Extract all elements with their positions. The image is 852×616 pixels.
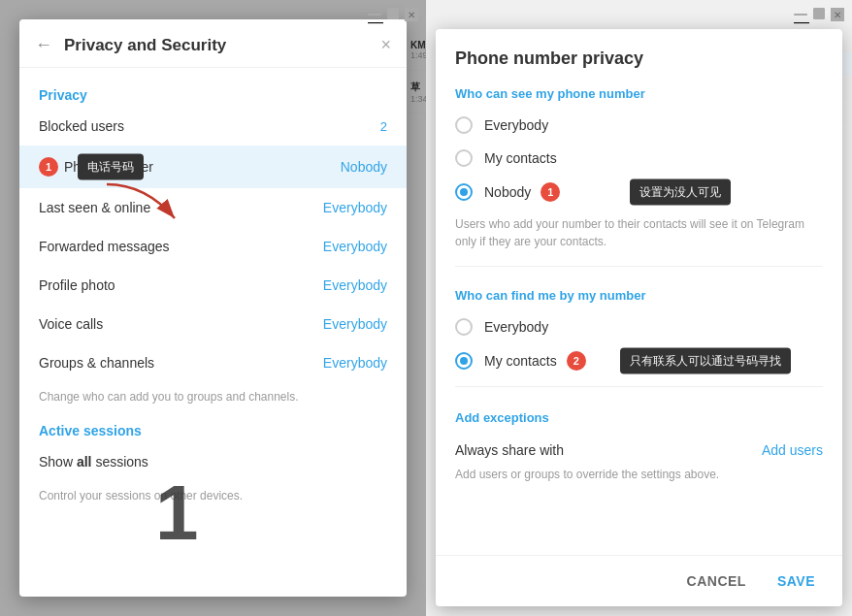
sessions-note: Control your sessions on other devices. xyxy=(19,481,407,514)
always-share-row: Always share with Add users xyxy=(455,433,823,468)
who-can-see-label: Who can see my phone number xyxy=(455,73,823,109)
exceptions-section: Add exceptions Always share with Add use… xyxy=(455,395,823,497)
minimize-button[interactable]: — xyxy=(368,14,381,16)
find-everybody-radio[interactable] xyxy=(455,318,473,336)
see-nobody-radio[interactable] xyxy=(455,183,473,201)
see-nobody-option[interactable]: Nobody 1 设置为没人可见 xyxy=(455,175,823,210)
who-can-find-label: Who can find me by my number xyxy=(455,275,823,310)
see-contacts-label: My contacts xyxy=(484,150,557,166)
profile-photo-item[interactable]: Profile photo Everybody xyxy=(19,266,407,305)
blocked-users-badge: 2 xyxy=(380,119,387,134)
close-window-button[interactable]: ✕ xyxy=(405,8,418,21)
cancel-button[interactable]: CANCEL xyxy=(679,567,754,595)
back-button[interactable]: ← xyxy=(35,35,52,55)
last-seen-item[interactable]: Last seen & online Everybody xyxy=(19,188,407,227)
see-everybody-label: Everybody xyxy=(484,117,548,133)
exceptions-note: Add users or groups to override the sett… xyxy=(455,468,823,489)
find-contacts-label: My contacts xyxy=(484,353,557,369)
phone-tooltip: 电话号码 xyxy=(78,154,144,180)
panel-header: ← Privacy and Security × xyxy=(19,19,407,68)
privacy-note: Change who can add you to groups and cha… xyxy=(19,382,407,415)
exceptions-label: Add exceptions xyxy=(455,403,823,433)
right-window-controls[interactable]: — ✕ xyxy=(794,8,844,21)
right-maximize-button[interactable] xyxy=(813,8,825,19)
window-controls[interactable]: — ✕ xyxy=(368,8,418,21)
voice-calls-value: Everybody xyxy=(323,316,387,332)
groups-value: Everybody xyxy=(323,355,387,371)
last-seen-value: Everybody xyxy=(323,200,387,215)
blocked-users-item[interactable]: Blocked users 2 xyxy=(19,107,407,146)
contacts-tooltip: 只有联系人可以通过号码寻找 xyxy=(620,348,791,374)
privacy-section-label: Privacy xyxy=(19,80,407,107)
profile-photo-value: Everybody xyxy=(323,277,387,293)
divider-2 xyxy=(455,386,823,387)
right-close-button[interactable]: ✕ xyxy=(831,8,844,21)
phone-number-item[interactable]: 1 Phone number 电话号码 Nobody xyxy=(19,146,407,188)
dialog-body: Who can see my phone number Everybody My… xyxy=(436,73,842,555)
dialog-footer: CANCEL SAVE xyxy=(436,555,842,606)
forwarded-item[interactable]: Forwarded messages Everybody xyxy=(19,227,407,266)
show-sessions-label: Show all sessions xyxy=(39,454,387,470)
right-minimize-button[interactable]: — xyxy=(794,14,807,16)
see-contacts-option[interactable]: My contacts xyxy=(455,142,823,175)
phone-number-value: Nobody xyxy=(341,159,387,175)
groups-label: Groups & channels xyxy=(39,355,323,371)
privacy-security-panel: ← Privacy and Security × Privacy Blocked… xyxy=(19,19,407,597)
find-everybody-option[interactable]: Everybody xyxy=(455,310,823,343)
phone-privacy-dialog: Phone number privacy Who can see my phon… xyxy=(436,29,842,606)
maximize-button[interactable] xyxy=(387,8,399,19)
panel-title: Privacy and Security xyxy=(64,36,380,55)
blocked-users-label: Blocked users xyxy=(39,118,380,134)
forwarded-label: Forwarded messages xyxy=(39,239,323,254)
close-panel-button[interactable]: × xyxy=(380,35,391,55)
always-share-label: Always share with xyxy=(455,442,564,458)
save-button[interactable]: SAVE xyxy=(770,567,823,595)
see-everybody-radio[interactable] xyxy=(455,116,473,134)
forwarded-value: Everybody xyxy=(323,239,387,254)
voice-calls-label: Voice calls xyxy=(39,316,323,332)
find-contacts-option[interactable]: My contacts 2 只有联系人可以通过号码寻找 xyxy=(455,343,823,378)
voice-calls-item[interactable]: Voice calls Everybody xyxy=(19,305,407,343)
panel-body: Privacy Blocked users 2 1 Phone number 电… xyxy=(19,68,407,591)
see-note: Users who add your number to their conta… xyxy=(455,210,823,258)
active-sessions-label: Active sessions xyxy=(19,415,407,442)
see-contacts-radio[interactable] xyxy=(455,149,473,167)
see-nobody-label: Nobody xyxy=(484,184,531,200)
show-sessions-item[interactable]: Show all sessions xyxy=(19,442,407,481)
find-everybody-label: Everybody xyxy=(484,319,548,335)
see-everybody-option[interactable]: Everybody xyxy=(455,109,823,142)
step1-badge: 1 xyxy=(39,157,58,177)
last-seen-label: Last seen & online xyxy=(39,200,323,215)
divider-1 xyxy=(455,266,823,267)
nobody-tooltip: 设置为没人可见 xyxy=(630,179,731,206)
add-users-button[interactable]: Add users xyxy=(762,442,823,458)
find-contacts-radio[interactable] xyxy=(455,352,473,370)
groups-item[interactable]: Groups & channels Everybody xyxy=(19,343,407,382)
dialog-title: Phone number privacy xyxy=(436,29,842,73)
profile-photo-label: Profile photo xyxy=(39,277,323,293)
see-nobody-step-badge: 1 xyxy=(541,182,560,202)
find-contacts-step-badge: 2 xyxy=(567,351,586,371)
